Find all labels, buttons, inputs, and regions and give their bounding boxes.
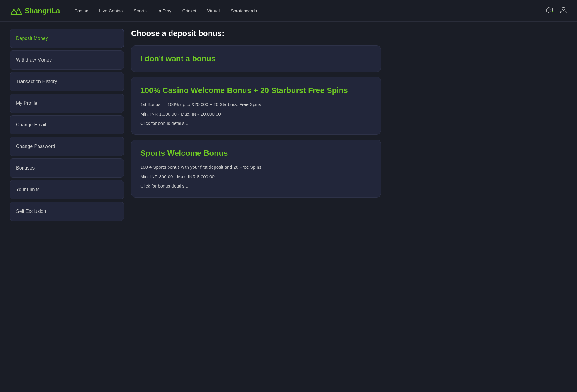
logo-icon <box>10 5 23 16</box>
bonus-card-sports-welcome[interactable]: Sports Welcome Bonus 100% Sports bonus w… <box>131 140 381 198</box>
logo[interactable]: ShangriLa <box>10 5 60 16</box>
bonus-card-no-bonus[interactable]: I don't want a bonus <box>131 45 381 72</box>
bonus-card-casino-welcome[interactable]: 100% Casino Welcome Bonus + 20 Starburst… <box>131 77 381 135</box>
sidebar-item-your-limits[interactable]: Your Limits <box>10 180 124 199</box>
nav-scratchcards[interactable]: Scratchcards <box>230 8 257 13</box>
sidebar-item-transaction-history[interactable]: Transaction History <box>10 72 124 91</box>
nav-cricket[interactable]: Cricket <box>182 8 197 13</box>
sidebar: Deposit Money Withdraw Money Transaction… <box>10 29 124 221</box>
casino-bonus-detail1: 1st Bonus — 100% up to ₹20,000 + 20 Star… <box>140 101 372 108</box>
header-icons <box>546 6 567 16</box>
nav-in-play[interactable]: In-Play <box>157 8 172 13</box>
svg-point-2 <box>562 7 565 10</box>
nav-casino[interactable]: Casino <box>74 8 88 13</box>
sports-bonus-detail1: 100% Sports bonus with your first deposi… <box>140 164 372 171</box>
main-container: Deposit Money Withdraw Money Transaction… <box>0 22 391 228</box>
user-icon[interactable] <box>560 6 567 16</box>
nav-virtual[interactable]: Virtual <box>207 8 220 13</box>
brand-name: ShangriLa <box>25 7 60 15</box>
sports-bonus-detail2: Min. INR 800.00 - Max. INR 8,000.00 <box>140 173 372 180</box>
nav-sports[interactable]: Sports <box>133 8 146 13</box>
svg-point-1 <box>552 11 553 12</box>
no-bonus-title: I don't want a bonus <box>140 54 215 63</box>
sidebar-item-bonuses[interactable]: Bonuses <box>10 158 124 178</box>
page-title: Choose a deposit bonus: <box>131 29 381 38</box>
svg-rect-0 <box>547 9 551 12</box>
casino-bonus-details-link[interactable]: Click for bonus details... <box>140 121 188 126</box>
sports-bonus-details-link[interactable]: Click for bonus details... <box>140 183 188 188</box>
sidebar-item-my-profile[interactable]: My Profile <box>10 94 124 113</box>
casino-bonus-title: 100% Casino Welcome Bonus + 20 Starburst… <box>140 86 372 96</box>
sidebar-item-deposit-money[interactable]: Deposit Money <box>10 29 124 48</box>
casino-bonus-detail2: Min. INR 1,000.00 - Max. INR 20,000.00 <box>140 111 372 118</box>
sidebar-item-change-password[interactable]: Change Password <box>10 137 124 156</box>
header: ShangriLa Casino Live Casino Sports In-P… <box>0 0 577 22</box>
content-area: Choose a deposit bonus: I don't want a b… <box>131 29 381 221</box>
sidebar-item-withdraw-money[interactable]: Withdraw Money <box>10 50 124 70</box>
nav-live-casino[interactable]: Live Casino <box>99 8 123 13</box>
sports-bonus-title: Sports Welcome Bonus <box>140 148 372 158</box>
sidebar-item-self-exclusion[interactable]: Self Exclusion <box>10 202 124 221</box>
main-nav: Casino Live Casino Sports In-Play Cricke… <box>74 8 546 13</box>
sidebar-item-change-email[interactable]: Change Email <box>10 115 124 134</box>
notifications-icon[interactable] <box>546 6 554 16</box>
